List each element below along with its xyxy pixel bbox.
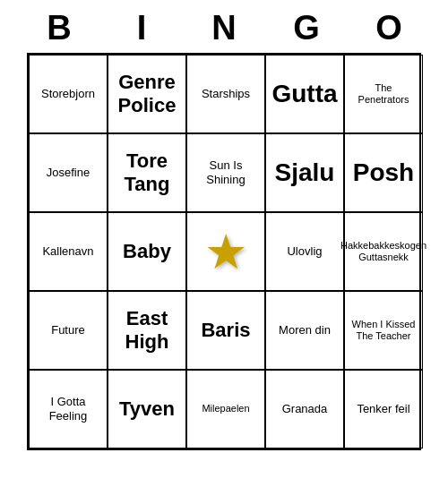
cell-text-2-4: Hakkebakkeskogen Guttasnekk <box>340 240 426 263</box>
cell-text-2-0: Kallenavn <box>42 244 93 259</box>
cell-4-2[interactable]: Milepaelen <box>186 370 265 449</box>
bingo-grid: StorebjornGenre PoliceStarshipsGuttaThe … <box>27 53 421 450</box>
cell-1-1[interactable]: Tore Tang <box>108 133 186 212</box>
star-icon: ★ <box>204 227 247 276</box>
cell-2-1[interactable]: Baby <box>108 212 186 291</box>
cell-3-4[interactable]: When I Kissed The Teacher <box>344 291 423 370</box>
cell-3-2[interactable]: Baris <box>186 291 265 370</box>
cell-1-3[interactable]: Sjalu <box>265 133 344 212</box>
cell-text-3-3: Moren din <box>279 323 331 337</box>
cell-3-0[interactable]: Future <box>29 291 108 370</box>
letter-b: B <box>22 9 97 47</box>
cell-text-2-1: Baby <box>123 240 171 263</box>
cell-4-4[interactable]: Tenker feil <box>344 370 423 449</box>
cell-text-1-0: Josefine <box>47 166 90 180</box>
cell-0-0[interactable]: Storebjorn <box>29 55 108 133</box>
cell-text-3-1: East High <box>112 307 182 355</box>
cell-1-0[interactable]: Josefine <box>29 133 108 212</box>
cell-text-1-4: Posh <box>353 158 414 188</box>
cell-4-1[interactable]: Tyven <box>108 370 186 449</box>
cell-text-2-3: Ulovlig <box>287 244 322 259</box>
letter-o: O <box>351 9 426 47</box>
cell-text-4-1: Tyven <box>119 397 175 421</box>
cell-text-4-2: Milepaelen <box>202 403 249 414</box>
cell-text-0-1: Genre Police <box>112 71 182 118</box>
letter-n: N <box>186 9 262 47</box>
cell-0-4[interactable]: The Penetrators <box>344 55 423 133</box>
cell-text-4-3: Granada <box>282 402 328 416</box>
cell-2-0[interactable]: Kallenavn <box>29 212 108 291</box>
cell-text-1-3: Sjalu <box>275 158 335 188</box>
cell-text-3-0: Future <box>51 323 85 337</box>
cell-2-2[interactable]: ★ <box>186 212 265 291</box>
cell-text-0-3: Gutta <box>271 79 337 109</box>
cell-0-1[interactable]: Genre Police <box>108 55 186 133</box>
cell-2-4[interactable]: Hakkebakkeskogen Guttasnekk <box>344 212 423 291</box>
cell-text-4-0: I Gotta Feeling <box>33 395 103 423</box>
cell-0-2[interactable]: Starships <box>186 55 265 133</box>
cell-3-3[interactable]: Moren din <box>265 291 344 370</box>
cell-2-3[interactable]: Ulovlig <box>265 212 344 291</box>
cell-3-1[interactable]: East High <box>108 291 186 370</box>
cell-0-3[interactable]: Gutta <box>265 55 344 133</box>
cell-text-1-1: Tore Tang <box>112 150 182 197</box>
letter-i: I <box>104 9 179 47</box>
cell-text-0-2: Starships <box>202 87 250 101</box>
cell-text-0-4: The Penetrators <box>349 82 418 106</box>
cell-text-1-2: Sun Is Shining <box>191 158 261 186</box>
cell-4-3[interactable]: Granada <box>265 370 344 449</box>
letter-g: G <box>269 9 344 47</box>
cell-1-4[interactable]: Posh <box>344 133 423 212</box>
cell-text-0-0: Storebjorn <box>41 87 95 101</box>
cell-4-0[interactable]: I Gotta Feeling <box>29 370 108 449</box>
cell-text-3-2: Baris <box>201 319 250 342</box>
cell-text-4-4: Tenker feil <box>357 402 409 416</box>
bingo-header: B I N G O <box>18 0 430 53</box>
cell-text-3-4: When I Kissed The Teacher <box>349 319 418 342</box>
cell-1-2[interactable]: Sun Is Shining <box>186 133 265 212</box>
